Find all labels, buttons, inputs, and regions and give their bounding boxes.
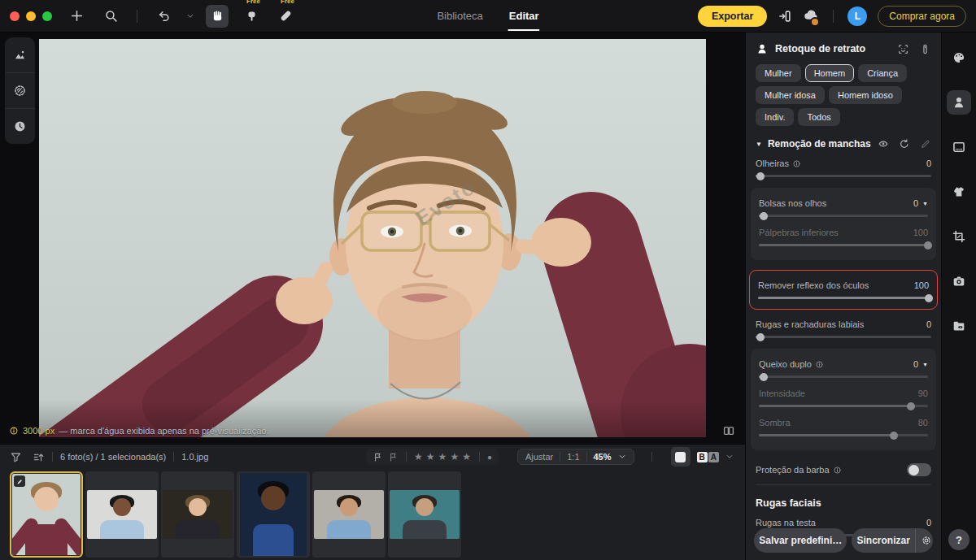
export-panel-icon[interactable] [778,9,792,24]
dropdown-caret-icon[interactable]: ▼ [922,362,928,367]
undo-history-caret-icon[interactable] [186,12,194,20]
slider-value: 100 [913,228,928,237]
slider-track[interactable] [756,336,931,338]
rail-item-camera[interactable] [947,269,971,293]
chip-crian-a[interactable]: Criança [858,64,907,82]
slider-knob[interactable] [760,373,768,381]
sidebar-item-history[interactable] [5,108,35,144]
chip-todos[interactable]: Todos [798,108,839,126]
star-icon[interactable]: ★ [426,451,436,462]
face-detect-icon[interactable] [897,43,909,55]
slider-track[interactable] [759,376,928,378]
minimize-button[interactable] [26,11,36,21]
save-preset-button[interactable]: Salvar predefini… [754,528,847,553]
rail-item-folder[interactable] [947,314,971,338]
star-icon[interactable]: ★ [438,451,448,462]
sync-settings-button[interactable] [915,528,933,553]
close-button[interactable] [10,11,20,21]
rail-item-portrait[interactable] [947,90,971,115]
thumbnail-2[interactable] [85,471,159,558]
slider-label: Bolsas nos olhos [759,198,826,208]
compare-icon[interactable] [722,424,735,437]
maximize-button[interactable] [42,11,52,21]
rail-item-crop[interactable] [947,224,971,249]
chip-mulher[interactable]: Mulher [756,64,801,82]
sync-button[interactable]: Sincronizar [852,528,914,553]
chip-mulher-idosa[interactable]: Mulher idosa [756,86,825,104]
toggle-switch[interactable] [907,463,931,476]
retouch-finger-tool[interactable]: Free [240,5,263,28]
slider-track[interactable] [759,405,928,407]
chevron-down-icon[interactable] [725,453,734,461]
flag-reject-icon[interactable] [388,452,399,462]
avatar[interactable]: L [847,7,867,26]
tab-biblioteca[interactable]: Biblioteca [436,8,483,24]
chip-homem-idoso[interactable]: Homem idoso [829,86,902,104]
buy-now-button[interactable]: Comprar agora [878,6,966,27]
thumbnail-3[interactable] [161,471,234,558]
divider [560,452,560,462]
canvas-photo[interactable]: Evoto [39,39,706,437]
slider-track[interactable] [756,175,931,177]
before-after-button[interactable]: B A [697,452,719,462]
slider-knob[interactable] [890,432,898,440]
star-icon[interactable]: ★ [450,451,460,462]
section-header[interactable]: ▼ Remoção de manchas [756,138,931,150]
slider-knob[interactable] [925,294,933,302]
slider-track[interactable] [759,215,928,217]
slider-track[interactable] [759,244,928,246]
scan-slider-icon[interactable] [919,43,931,55]
background-swatch-button[interactable] [671,447,691,467]
rail-item-clothes[interactable] [947,180,971,204]
slider-knob[interactable] [760,212,768,220]
thumbnail-4[interactable] [237,471,310,558]
slider-knob[interactable] [756,172,765,180]
star-rating[interactable]: ★★★★★ [414,451,472,462]
help-button[interactable]: ? [948,529,969,550]
rail-item-background-frames[interactable] [947,135,971,159]
camera-icon [952,274,966,289]
info-icon[interactable] [833,466,842,475]
sidebar-item-adjustments[interactable] [5,72,35,108]
undo-tool[interactable] [152,5,175,28]
sort-icon[interactable] [33,451,45,463]
thumbnail-1[interactable] [10,471,83,558]
chip-indiv-[interactable]: Indiv. [756,108,794,126]
funnel-icon[interactable] [10,451,22,463]
slider-track[interactable] [758,297,929,299]
eye-icon[interactable] [878,138,889,150]
export-button[interactable]: Exportar [698,6,767,27]
slider-knob[interactable] [907,402,915,410]
chevron-down-icon[interactable] [618,453,626,461]
tab-editar[interactable]: Editar [508,8,540,24]
cloud-sync-button[interactable] [803,7,819,26]
hand-tool[interactable] [206,5,229,28]
fit-button[interactable]: Ajustar [525,452,553,462]
reset-icon[interactable] [899,138,910,150]
slider-label: Pálpebras inferiores [759,228,839,237]
zoom-value[interactable]: 45% [594,452,612,462]
plus-tool[interactable] [65,5,88,28]
chip-homem[interactable]: Homem [805,64,855,82]
heal-bandaid-tool[interactable]: Free [274,5,297,28]
info-icon[interactable] [815,360,824,369]
info-icon[interactable] [792,159,801,168]
star-icon[interactable]: ★ [414,451,424,462]
dropdown-caret-icon[interactable]: ▼ [922,201,928,206]
thumbnail-5[interactable] [312,471,386,558]
brush-icon[interactable] [920,138,931,150]
slider-knob[interactable] [924,241,932,250]
slider-track[interactable] [759,434,928,436]
sidebar-item-album[interactable] [5,37,35,72]
slider-knob[interactable] [756,333,765,341]
background-frames-icon [952,140,966,154]
window-controls[interactable] [10,11,52,21]
rail-item-palette[interactable] [947,46,971,70]
star-icon[interactable]: ★ [462,451,472,462]
search-tool[interactable] [99,5,122,28]
highlighted-slider: Remover reflexo dos óculos100 [749,270,938,310]
thumbnail-6[interactable] [388,471,461,558]
color-label[interactable]: ● [487,453,492,462]
flag-pick-icon[interactable] [373,452,383,462]
ratio-button[interactable]: 1:1 [567,452,579,462]
